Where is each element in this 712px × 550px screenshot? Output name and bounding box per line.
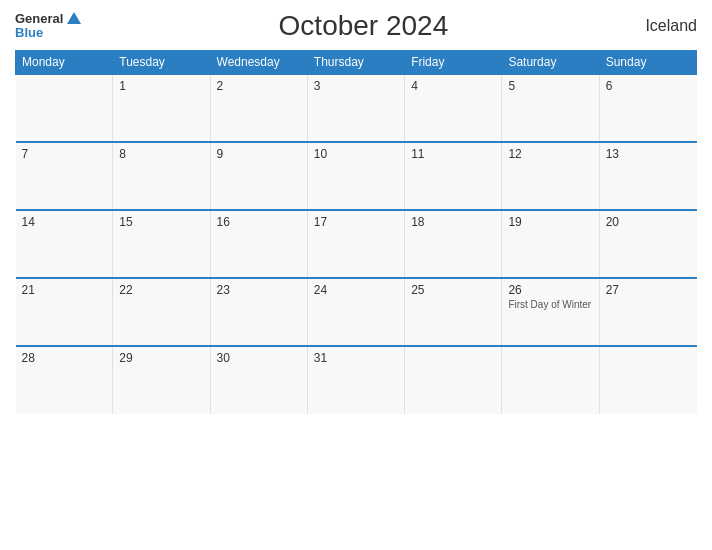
calendar-week-row: 28293031 xyxy=(16,346,697,414)
calendar-day-cell: 17 xyxy=(307,210,404,278)
calendar-week-row: 212223242526First Day of Winter27 xyxy=(16,278,697,346)
calendar-container: General Blue October 2024 Iceland Monday… xyxy=(0,0,712,550)
calendar-day-cell: 9 xyxy=(210,142,307,210)
calendar-day-cell: 20 xyxy=(599,210,696,278)
day-number: 9 xyxy=(217,147,301,161)
logo-general-text: General xyxy=(15,12,63,26)
day-number: 6 xyxy=(606,79,691,93)
day-number: 7 xyxy=(22,147,107,161)
header-thursday: Thursday xyxy=(307,51,404,75)
calendar-week-row: 78910111213 xyxy=(16,142,697,210)
calendar-day-cell: 2 xyxy=(210,74,307,142)
header-tuesday: Tuesday xyxy=(113,51,210,75)
calendar-day-cell: 5 xyxy=(502,74,599,142)
calendar-day-cell: 16 xyxy=(210,210,307,278)
day-number: 20 xyxy=(606,215,691,229)
calendar-day-cell: 8 xyxy=(113,142,210,210)
calendar-week-row: 14151617181920 xyxy=(16,210,697,278)
day-number: 16 xyxy=(217,215,301,229)
calendar-day-cell: 13 xyxy=(599,142,696,210)
calendar-day-cell: 14 xyxy=(16,210,113,278)
calendar-day-cell: 12 xyxy=(502,142,599,210)
day-number: 21 xyxy=(22,283,107,297)
calendar-day-cell xyxy=(502,346,599,414)
header-sunday: Sunday xyxy=(599,51,696,75)
day-number: 13 xyxy=(606,147,691,161)
calendar-day-cell: 7 xyxy=(16,142,113,210)
day-number: 25 xyxy=(411,283,495,297)
header-wednesday: Wednesday xyxy=(210,51,307,75)
day-number: 24 xyxy=(314,283,398,297)
day-number: 28 xyxy=(22,351,107,365)
day-number: 3 xyxy=(314,79,398,93)
calendar-day-cell: 18 xyxy=(405,210,502,278)
calendar-day-cell xyxy=(405,346,502,414)
calendar-day-cell: 25 xyxy=(405,278,502,346)
calendar-day-cell: 29 xyxy=(113,346,210,414)
day-number: 22 xyxy=(119,283,203,297)
day-number: 1 xyxy=(119,79,203,93)
calendar-day-cell: 3 xyxy=(307,74,404,142)
day-number: 17 xyxy=(314,215,398,229)
header-saturday: Saturday xyxy=(502,51,599,75)
day-number: 10 xyxy=(314,147,398,161)
day-number: 29 xyxy=(119,351,203,365)
day-number: 30 xyxy=(217,351,301,365)
header-friday: Friday xyxy=(405,51,502,75)
calendar-day-cell xyxy=(599,346,696,414)
day-number: 5 xyxy=(508,79,592,93)
day-number: 18 xyxy=(411,215,495,229)
calendar-table: Monday Tuesday Wednesday Thursday Friday… xyxy=(15,50,697,414)
calendar-day-cell xyxy=(16,74,113,142)
logo-blue-text: Blue xyxy=(15,26,43,40)
header-monday: Monday xyxy=(16,51,113,75)
day-number: 8 xyxy=(119,147,203,161)
calendar-week-row: 123456 xyxy=(16,74,697,142)
day-number: 4 xyxy=(411,79,495,93)
calendar-day-cell: 1 xyxy=(113,74,210,142)
calendar-day-cell: 4 xyxy=(405,74,502,142)
calendar-day-cell: 22 xyxy=(113,278,210,346)
calendar-day-cell: 31 xyxy=(307,346,404,414)
calendar-day-cell: 30 xyxy=(210,346,307,414)
calendar-day-cell: 19 xyxy=(502,210,599,278)
calendar-title: October 2024 xyxy=(279,10,449,42)
country-label: Iceland xyxy=(645,17,697,35)
calendar-day-cell: 24 xyxy=(307,278,404,346)
logo-triangle-icon xyxy=(67,12,81,24)
header: General Blue October 2024 Iceland xyxy=(15,10,697,42)
day-number: 12 xyxy=(508,147,592,161)
day-number: 11 xyxy=(411,147,495,161)
weekday-header-row: Monday Tuesday Wednesday Thursday Friday… xyxy=(16,51,697,75)
day-number: 19 xyxy=(508,215,592,229)
calendar-day-cell: 28 xyxy=(16,346,113,414)
logo: General Blue xyxy=(15,12,81,41)
day-number: 27 xyxy=(606,283,691,297)
calendar-day-cell: 15 xyxy=(113,210,210,278)
day-number: 31 xyxy=(314,351,398,365)
calendar-day-cell: 23 xyxy=(210,278,307,346)
day-event: First Day of Winter xyxy=(508,299,592,310)
calendar-day-cell: 27 xyxy=(599,278,696,346)
day-number: 15 xyxy=(119,215,203,229)
day-number: 23 xyxy=(217,283,301,297)
calendar-day-cell: 26First Day of Winter xyxy=(502,278,599,346)
day-number: 14 xyxy=(22,215,107,229)
day-number: 26 xyxy=(508,283,592,297)
calendar-day-cell: 11 xyxy=(405,142,502,210)
day-number: 2 xyxy=(217,79,301,93)
calendar-day-cell: 6 xyxy=(599,74,696,142)
calendar-day-cell: 21 xyxy=(16,278,113,346)
calendar-day-cell: 10 xyxy=(307,142,404,210)
